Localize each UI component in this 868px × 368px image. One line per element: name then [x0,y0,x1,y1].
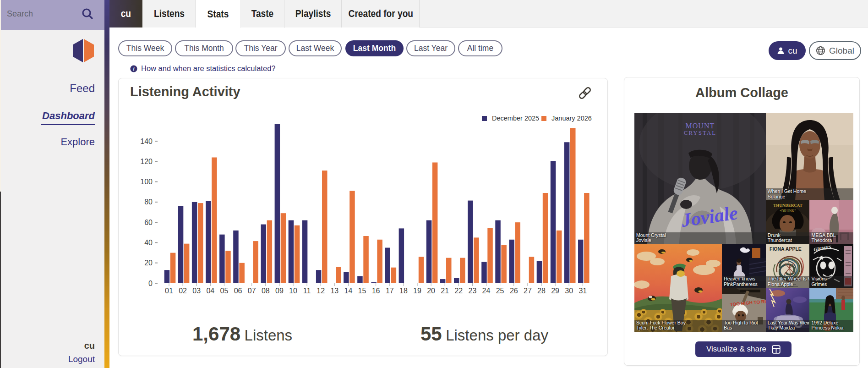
svg-text:30: 30 [565,287,573,295]
svg-text:04: 04 [206,287,214,295]
svg-text:05: 05 [220,287,229,295]
svg-text:17: 17 [386,287,394,295]
svg-text:03: 03 [192,287,201,295]
svg-text:12: 12 [317,287,325,295]
svg-text:22: 22 [454,287,463,295]
svg-text:“DRUNK”: “DRUNK” [780,209,796,213]
svg-text:24: 24 [482,287,491,295]
svg-text:100: 100 [140,178,153,186]
svg-text:01: 01 [165,287,173,295]
svg-text:21: 21 [441,287,449,295]
svg-text:28: 28 [537,287,546,295]
svg-text:06: 06 [234,287,242,295]
svg-text:02: 02 [179,287,187,295]
svg-text:0: 0 [148,280,153,287]
svg-text:15: 15 [358,287,366,295]
svg-text:13: 13 [330,287,338,295]
svg-text:60: 60 [144,219,153,226]
svg-text:26: 26 [510,287,518,295]
svg-text:20: 20 [427,287,435,295]
svg-text:09: 09 [275,287,284,295]
svg-text:120: 120 [140,158,153,165]
svg-text:19: 19 [413,287,421,295]
svg-text:40: 40 [144,239,153,247]
svg-text:08: 08 [262,287,270,295]
svg-text:18: 18 [399,287,408,295]
svg-text:25: 25 [496,287,504,295]
svg-text:16: 16 [372,287,380,295]
svg-text:20: 20 [144,259,153,267]
svg-text:23: 23 [469,287,477,295]
svg-text:11: 11 [303,287,311,295]
svg-text:29: 29 [551,287,559,295]
svg-text:31: 31 [579,287,587,295]
svg-text:FIONA APPLE: FIONA APPLE [770,246,802,252]
svg-text:THUNDERCAT: THUNDERCAT [773,203,802,208]
svg-text:14: 14 [344,287,353,295]
svg-text:80: 80 [144,198,153,206]
svg-text:07: 07 [248,287,256,295]
svg-text:140: 140 [140,137,153,145]
svg-text:10: 10 [289,287,297,295]
svg-text:27: 27 [524,287,532,295]
